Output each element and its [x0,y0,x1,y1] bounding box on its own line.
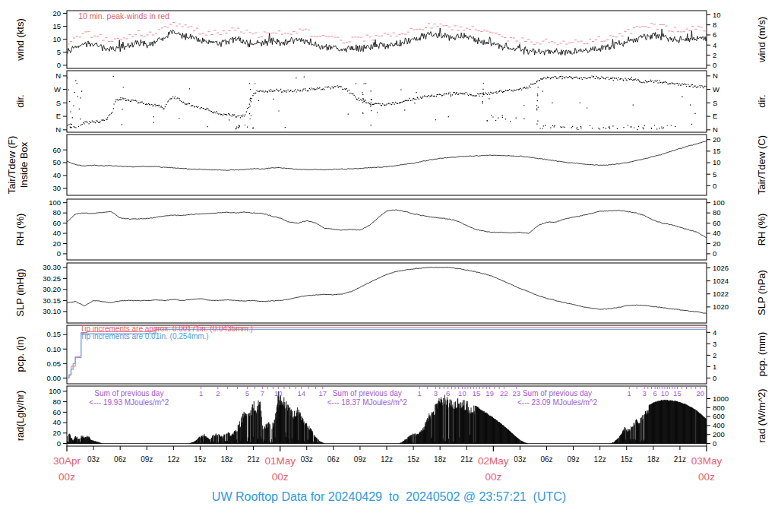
svg-text:40: 40 [52,229,61,237]
panel-temp: 3040506005101520 [52,135,720,195]
panel-dir: NESWNNESWN [54,71,719,134]
svg-text:Tip increments are 0.01in. (0.: Tip increments are 0.01in. (0.254mm.) [81,332,209,340]
svg-text:N: N [55,71,61,80]
svg-text:<--- 18.37 MJoules/m^2: <--- 18.37 MJoules/m^2 [327,398,407,407]
temp-left-axis-label: Tair/Tdew (F) [6,136,17,195]
svg-text:02May: 02May [478,455,509,467]
svg-text:80: 80 [52,208,61,217]
svg-text:1: 1 [713,363,716,371]
svg-text:W: W [54,85,61,93]
svg-text:1026: 1026 [713,264,729,272]
svg-text:0.05: 0.05 [47,359,62,368]
svg-text:00z: 00z [59,471,75,483]
svg-text:1024: 1024 [713,277,729,285]
svg-text:60: 60 [52,146,61,154]
svg-text:20: 20 [713,135,721,144]
svg-text:30.15: 30.15 [43,296,61,305]
svg-text:10: 10 [274,389,283,397]
svg-text:200: 200 [713,430,725,439]
svg-text:10: 10 [713,158,721,166]
svg-text:17: 17 [319,389,327,397]
svg-text:5: 5 [245,389,249,397]
panel-rad: 02040608010002004006008001000Sum of prev… [49,386,729,448]
svg-text:20: 20 [713,239,721,248]
dir-right-axis-label: dir. [756,94,767,107]
svg-text:80: 80 [52,397,61,406]
svg-text:800: 800 [713,404,725,412]
svg-text:15: 15 [52,22,61,30]
svg-text:100: 100 [49,198,61,207]
svg-text:22: 22 [500,389,508,397]
svg-text:06z: 06z [114,455,126,464]
svg-text:100: 100 [49,387,61,395]
svg-text:40: 40 [52,171,61,179]
svg-text:23: 23 [512,389,520,397]
svg-text:80: 80 [713,208,721,217]
panel-wind: 05101520024681010 min. peak-winds in red [52,9,720,69]
svg-text:3: 3 [434,389,438,397]
svg-text:50: 50 [52,158,61,166]
svg-text:S: S [56,99,61,107]
svg-text:4: 4 [713,41,716,49]
svg-text:6: 6 [446,389,450,397]
svg-text:0: 0 [713,374,716,382]
svg-text:00z: 00z [698,471,715,483]
svg-text:06z: 06z [540,455,552,464]
panel-pcp: 0.000.050.100.1501234Tip increments are … [47,325,717,384]
wind-right-axis-label: wind (m/s) [756,17,767,62]
svg-text:7: 7 [261,389,264,397]
svg-text:E: E [713,112,717,120]
svg-text:3: 3 [713,340,716,348]
svg-text:30.20: 30.20 [43,285,61,293]
svg-text:4: 4 [713,328,716,337]
pcp-left-axis-label: pcp. (in) [14,337,26,372]
svg-text:15: 15 [473,389,481,397]
x-axis: 03z06z09z12z15z18z21z03z06z09z12z15z18z2… [53,446,723,483]
panel-slp: 30.1030.1530.2030.2530.30102010221024102… [43,263,729,323]
svg-text:00z: 00z [485,471,501,483]
rh-left-axis-label: RH (%) [14,214,26,246]
svg-text:40: 40 [713,229,721,237]
svg-text:N: N [713,125,718,134]
svg-text:20: 20 [697,389,705,397]
svg-text:15z: 15z [621,455,633,464]
svg-text:12z: 12z [381,455,393,464]
svg-text:0: 0 [713,61,716,69]
svg-text:400: 400 [713,421,725,429]
svg-text:40: 40 [52,418,61,426]
svg-text:1: 1 [199,389,203,397]
svg-text:21z: 21z [248,455,260,464]
svg-text:09z: 09z [354,455,366,464]
svg-text:2: 2 [713,351,716,359]
svg-text:18z: 18z [220,455,232,464]
svg-text:10: 10 [52,35,61,43]
svg-text:09z: 09z [568,455,580,464]
temp-left-axis-label2: Inside Box [18,142,30,188]
svg-text:N: N [713,71,718,80]
svg-text:30.10: 30.10 [43,307,61,315]
weather-dashboard: { "title": {"text": "UW Rooftop Data for… [0,0,778,532]
svg-text:6: 6 [653,389,657,397]
svg-text:15: 15 [673,389,682,397]
pcp-right-axis-label: pcp. (mm) [756,332,767,377]
svg-text:1: 1 [628,389,631,397]
svg-text:Sum of previous day: Sum of previous day [94,389,163,397]
panel-rh: 020406080100020406080100 [49,198,725,260]
svg-text:30: 30 [52,184,61,192]
svg-text:20: 20 [52,239,61,248]
svg-text:5: 5 [57,48,61,56]
svg-text:1: 1 [418,389,422,397]
svg-text:00z: 00z [272,471,289,483]
svg-text:20: 20 [52,9,61,17]
dir-left-axis-label: dir. [14,94,26,107]
svg-text:0: 0 [57,249,61,258]
svg-text:03z: 03z [514,455,526,464]
svg-text:60: 60 [52,219,61,227]
svg-text:0: 0 [57,439,61,448]
svg-text:N: N [55,125,61,134]
svg-text:14: 14 [297,389,305,397]
svg-text:6: 6 [713,30,716,39]
svg-text:0: 0 [713,439,716,448]
weather-multipanel-chart: 05101520024681010 min. peak-winds in red… [0,0,778,532]
svg-text:60: 60 [52,408,61,416]
